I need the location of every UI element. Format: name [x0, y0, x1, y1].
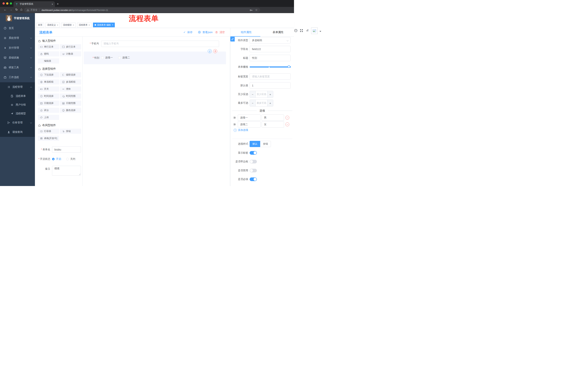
sidebar-item[interactable]: 请假查询 — [0, 128, 35, 137]
back-button[interactable]: ← — [4, 8, 7, 11]
tags-view-tab[interactable]: 首页 × — [36, 23, 44, 28]
tab-close-icon[interactable]: × — [52, 3, 53, 6]
form-canvas[interactable]: 手机号 请输入手机号 性别 选项一 选项二 — [83, 37, 230, 186]
radio-on[interactable]: 开启 — [52, 158, 61, 161]
palette-item[interactable]: 日期选择 — [38, 101, 59, 106]
style-default-button[interactable]: 默认 — [250, 141, 260, 147]
add-option-button[interactable]: + 添加选项 — [234, 128, 248, 132]
stepper-plus-button[interactable]: + — [267, 100, 273, 106]
toggle-switch[interactable] — [250, 177, 257, 181]
toggle-switch[interactable] — [250, 169, 257, 172]
palette-item[interactable]: 评分 — [38, 108, 59, 113]
sidebar-item[interactable]: 流程管理 — [0, 82, 35, 92]
reload-button[interactable]: ↻ — [15, 8, 18, 12]
tags-view-tab[interactable]: 流程表单-编辑 × — [93, 22, 115, 27]
form-name-input[interactable]: biubiu — [52, 146, 81, 153]
home-button[interactable]: ⌂ — [20, 8, 22, 11]
remark-textarea[interactable]: 嘿嘿 — [52, 166, 81, 176]
window-zoom-button[interactable] — [10, 2, 12, 5]
sidebar-item[interactable]: 基础设施 — [0, 53, 35, 63]
remove-option-button[interactable]: − — [285, 122, 289, 126]
browser-tab[interactable]: 芋道管理系统 × — [13, 1, 55, 7]
option-value-input[interactable]: 男 — [262, 115, 284, 121]
slider-track[interactable] — [250, 66, 291, 67]
slider-handle[interactable] — [288, 65, 290, 68]
palette-item[interactable]: 开关 — [38, 86, 59, 92]
checkbox-option[interactable]: 选项二 — [118, 56, 130, 59]
remove-option-button[interactable]: − — [285, 116, 289, 120]
default-value-input[interactable]: 1 — [250, 82, 291, 89]
sidebar-item[interactable]: 流程表单 — [0, 92, 35, 100]
checkbox-box[interactable] — [118, 56, 121, 59]
tag-close-icon[interactable]: × — [73, 24, 74, 26]
password-key-icon[interactable] — [249, 8, 253, 12]
stepper-minus-button[interactable]: − — [250, 91, 256, 97]
tags-view-tab[interactable]: 流程模型 × — [61, 23, 76, 28]
sidebar-item[interactable]: 系统管理 — [0, 33, 35, 43]
min-select-placeholder[interactable]: 至少应选 — [256, 91, 267, 97]
forward-button[interactable]: → — [10, 8, 12, 11]
save-button[interactable]: ✓ 保存 — [183, 31, 192, 34]
tags-view-tab[interactable]: 流程表单 × — [77, 23, 92, 28]
sidebar-item[interactable]: 支付管理 — [0, 43, 35, 53]
sidebar-item[interactable]: 工作流程 — [0, 73, 35, 82]
field-name-input[interactable]: field122 — [250, 46, 291, 52]
palette-item[interactable]: 滑块 — [60, 86, 81, 92]
palette-item[interactable]: 编辑器 — [38, 58, 59, 64]
toggle-switch[interactable] — [250, 160, 257, 163]
palette-item[interactable]: 多选框组 — [60, 79, 81, 85]
phone-input[interactable]: 请输入手机号 — [101, 41, 219, 47]
max-select-placeholder[interactable]: 最多可选 — [256, 100, 267, 106]
duplicate-component-button[interactable] — [208, 49, 212, 53]
checkbox-option[interactable]: 选项一 — [101, 56, 113, 59]
palette-item[interactable]: 多行文本 — [60, 44, 81, 49]
tag-close-icon[interactable]: × — [57, 24, 58, 26]
tags-view-tab[interactable]: 流程定义 × — [45, 23, 60, 28]
title-input[interactable]: 性别 — [250, 55, 291, 61]
drag-handle-icon[interactable] — [233, 116, 236, 119]
palette-item[interactable]: 日期范围 — [60, 101, 81, 106]
component-type-select[interactable]: 多选框组 — [250, 37, 291, 43]
canvas-field-phone[interactable]: 手机号 请输入手机号 — [84, 40, 219, 47]
stepper-minus-button[interactable]: − — [250, 100, 256, 106]
toggle-switch[interactable] — [250, 151, 257, 155]
palette-item[interactable]: 时间范围 — [60, 94, 81, 99]
clear-button[interactable]: 清空 — [215, 31, 225, 34]
option-value-input[interactable]: 女 — [262, 121, 284, 128]
drag-handle-icon[interactable] — [233, 123, 236, 126]
tab-form-props[interactable]: 表单属性 — [262, 28, 294, 36]
palette-item[interactable]: 级联选择 — [60, 72, 81, 77]
palette-item[interactable]: 时间选择 — [38, 94, 59, 99]
palette-item[interactable]: 按钮 — [60, 129, 81, 134]
form-grid-slider[interactable] — [250, 64, 291, 70]
bookmark-star-icon[interactable]: ☆ — [255, 8, 258, 12]
palette-item[interactable]: 计数器 — [60, 51, 81, 56]
sidebar-item[interactable]: 研发工具 — [0, 63, 35, 73]
app-logo[interactable]: 芋道管理系统 — [0, 13, 35, 23]
sidebar-item[interactable]: 流程模型 — [0, 109, 35, 118]
window-close-button[interactable] — [2, 2, 5, 5]
palette-item[interactable]: 上传 — [38, 115, 59, 120]
palette-item[interactable]: 单选框组 — [38, 79, 59, 85]
style-button-button[interactable]: 按钮 — [260, 141, 271, 147]
tag-close-icon[interactable]: × — [112, 24, 113, 26]
sidebar-item[interactable]: 用户分组 — [0, 100, 35, 109]
palette-item[interactable]: 表格[开发中] — [38, 136, 59, 141]
tab-component-props[interactable]: 组件属性 — [230, 28, 262, 36]
sidebar-item[interactable]: 首页 — [0, 23, 35, 33]
checkbox-box[interactable] — [101, 56, 104, 59]
option-label-input[interactable]: 选项二 — [238, 121, 261, 128]
palette-item[interactable]: 行容器 — [38, 129, 59, 134]
new-tab-button[interactable]: + — [57, 2, 59, 6]
label-width-input[interactable]: 请输入标签宽度 — [250, 73, 291, 80]
palette-item[interactable]: 下拉选择 — [38, 72, 59, 77]
option-label-input[interactable]: 选项一 — [238, 115, 261, 121]
view-json-button[interactable]: 查看json — [198, 31, 213, 34]
window-minimize-button[interactable] — [6, 2, 8, 5]
canvas-field-gender-selected[interactable]: 性别 选项一 选项二 — [84, 52, 226, 64]
sidebar-item[interactable]: 任务管理 — [0, 118, 35, 128]
stepper-plus-button[interactable]: + — [267, 91, 273, 97]
palette-item[interactable]: 颜色选择 — [60, 108, 81, 113]
radio-off[interactable]: 关闭 — [66, 158, 75, 161]
palette-item[interactable]: 密码 — [38, 51, 59, 56]
